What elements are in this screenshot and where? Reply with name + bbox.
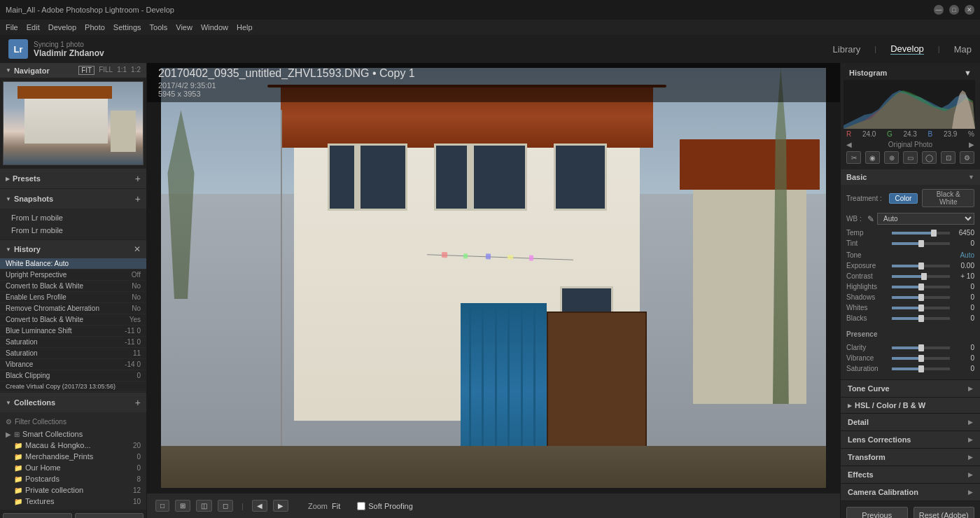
history-item-6[interactable]: Blue Luminance Shift -11 0 (0, 326, 146, 337)
copy-button[interactable]: Copy... (3, 513, 72, 518)
histogram-arrow: ▼ (964, 69, 972, 77)
clip-shadow-icon[interactable]: ◀ (846, 141, 852, 148)
nav-prev-button[interactable]: ◀ (252, 500, 267, 512)
histogram-title-text: Histogram (849, 69, 887, 77)
radial-tool[interactable]: ◯ (922, 151, 937, 164)
history-item-5[interactable]: Convert to Black & White Yes (0, 314, 146, 326)
snapshots-header[interactable]: ▼ Snapshots + (0, 189, 146, 209)
history-item-9[interactable]: Vibrance -14 0 (0, 359, 146, 370)
soft-proofing-checkbox[interactable] (357, 502, 365, 510)
minimize-button[interactable]: — (934, 5, 944, 15)
basic-panel-header[interactable]: Basic ▼ (841, 169, 980, 185)
view-grid-button[interactable]: ⊞ (175, 500, 190, 512)
nav-library[interactable]: Library (833, 44, 861, 55)
collections-add-button[interactable]: + (135, 397, 141, 408)
collection-our-home[interactable]: 📁 Our Home 0 (0, 462, 146, 473)
collection-private[interactable]: 📁 Private collection 12 (0, 484, 146, 496)
whites-slider[interactable] (892, 307, 950, 309)
view-compare-button[interactable]: ◫ (196, 500, 212, 512)
collections-header[interactable]: ▼ Collections + (0, 393, 146, 412)
transform-section[interactable]: Transform ▶ (841, 449, 980, 466)
menu-develop[interactable]: Develop (48, 23, 76, 31)
temp-value: 6450 (950, 229, 974, 237)
exposure-slider[interactable] (892, 265, 950, 267)
highlights-slider[interactable] (892, 286, 950, 288)
menu-settings[interactable]: Settings (113, 23, 141, 31)
menu-edit[interactable]: Edit (27, 23, 40, 31)
history-item-1[interactable]: Upright Perspective Off (0, 270, 146, 281)
history-item-8[interactable]: Saturation 11 (0, 348, 146, 359)
presets-header[interactable]: ▶ Presets + (0, 169, 146, 188)
histogram-header[interactable]: Histogram ▼ (844, 66, 977, 80)
nav-1to2-btn[interactable]: 1:2 (131, 66, 141, 75)
history-item-10[interactable]: Black Clipping 0 (0, 370, 146, 382)
snapshots-add-button[interactable]: + (135, 193, 141, 204)
collection-postcards[interactable]: 📁 Postcards 8 (0, 473, 146, 484)
presets-add-button[interactable]: + (135, 173, 141, 184)
history-item-3[interactable]: Enable Lens Profile No (0, 292, 146, 303)
wb-eyedropper-icon[interactable]: ✎ (867, 214, 874, 224)
lens-corrections-section[interactable]: Lens Corrections ▶ (841, 431, 980, 449)
close-button[interactable]: ✕ (965, 5, 974, 15)
navigator-header[interactable]: ▼ Navigator FIT FILL 1:1 1:2 (0, 63, 146, 78)
temp-slider[interactable] (892, 232, 950, 234)
collection-merchandise[interactable]: 📁 Merchandise_Prints 0 (0, 451, 146, 462)
previous-button[interactable]: Previous (846, 507, 908, 518)
vibrance-slider[interactable] (892, 357, 950, 360)
saturation-slider[interactable] (892, 368, 950, 370)
spot-tool[interactable]: ◉ (865, 151, 880, 164)
nav-map[interactable]: Map (954, 44, 972, 55)
history-item-0[interactable]: White Balance: Auto (0, 258, 146, 270)
collection-smart-collections[interactable]: ▶ ⊞ Smart Collections (0, 428, 146, 440)
view-single-button[interactable]: □ (155, 500, 169, 512)
gradient-tool[interactable]: ▭ (903, 151, 918, 164)
maximize-button[interactable]: □ (949, 5, 959, 15)
history-item-7[interactable]: Saturation -11 0 (0, 337, 146, 348)
history-clear-button[interactable]: ✕ (134, 244, 141, 254)
menu-help[interactable]: Help (237, 23, 253, 31)
nav-fit-btn[interactable]: FIT (78, 66, 94, 75)
history-item-4[interactable]: Remove Chromatic Aberration No (0, 303, 146, 314)
detail-section[interactable]: Detail ▶ (841, 414, 980, 431)
shadows-slider[interactable] (892, 296, 950, 299)
menu-tools[interactable]: Tools (150, 23, 168, 31)
view-survey-button[interactable]: ◻ (218, 500, 233, 512)
camera-calibration-section[interactable]: Camera Calibration ▶ (841, 484, 980, 501)
clarity-slider[interactable] (892, 346, 950, 349)
effects-section[interactable]: Effects ▶ (841, 466, 980, 484)
history-item-2[interactable]: Convert to Black & White No (0, 281, 146, 292)
paste-button[interactable]: Paste (75, 513, 144, 518)
tone-curve-section[interactable]: Tone Curve ▶ (841, 380, 980, 398)
blacks-slider-row: Blacks 0 (846, 314, 974, 322)
nav-fill-btn[interactable]: FILL (99, 66, 113, 75)
color-treatment-button[interactable]: Color (889, 193, 918, 204)
snapshot-item-1[interactable]: From Lr mobile (0, 224, 146, 237)
history-header[interactable]: ▼ History ✕ (0, 240, 146, 258)
redeye-tool[interactable]: ⊕ (884, 151, 899, 164)
snapshot-item-0[interactable]: From Lr mobile (0, 211, 146, 224)
history-value-1: Off (132, 271, 141, 279)
history-item-11[interactable]: Create Virtual Copy (2017/23 13:05:56) (0, 382, 146, 392)
history-action-7: Saturation (6, 338, 38, 346)
contrast-slider[interactable] (892, 275, 950, 278)
clip-highlight-icon[interactable]: ▶ (969, 141, 974, 148)
collection-textures[interactable]: 📁 Textures 10 (0, 496, 146, 507)
tint-slider[interactable] (892, 242, 950, 245)
bw-treatment-button[interactable]: Black & White (922, 189, 974, 207)
tone-auto-button[interactable]: Auto (960, 251, 974, 259)
menu-file[interactable]: File (6, 23, 18, 31)
menu-view[interactable]: View (176, 23, 192, 31)
collection-macau[interactable]: 📁 Macau & Hongko... 20 (0, 440, 146, 451)
crop-tool[interactable]: ✂ (846, 151, 861, 164)
nav-1to1-btn[interactable]: 1:1 (117, 66, 127, 75)
wb-dropdown[interactable]: Auto (877, 213, 974, 225)
nav-develop[interactable]: Develop (890, 43, 924, 55)
nav-next-button[interactable]: ▶ (273, 500, 288, 512)
blacks-slider[interactable] (892, 317, 950, 320)
menu-photo[interactable]: Photo (85, 23, 105, 31)
settings-tool[interactable]: ⚙ (960, 151, 974, 164)
reset-button[interactable]: Reset (Adobe) (913, 507, 975, 518)
history-value-9: -14 0 (125, 360, 141, 368)
menu-window[interactable]: Window (201, 23, 228, 31)
adjustment-tool[interactable]: ⊡ (941, 151, 955, 164)
